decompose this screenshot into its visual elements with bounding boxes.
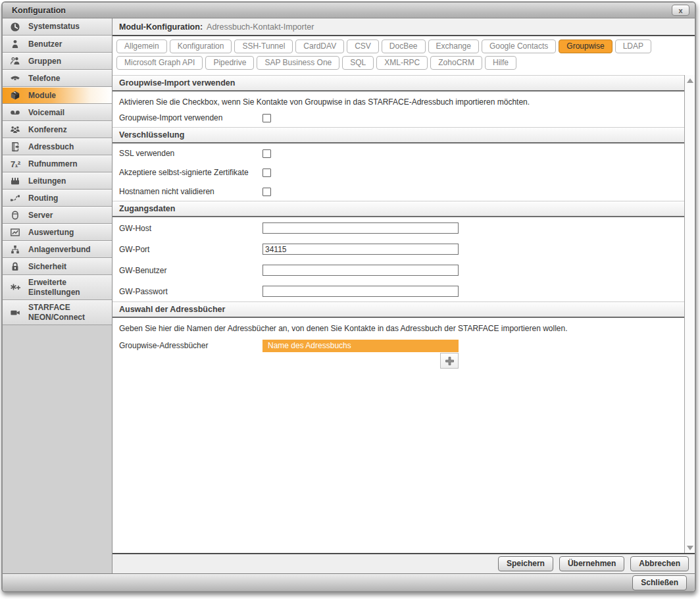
self-signed-checkbox[interactable] bbox=[262, 169, 271, 177]
sidebar-item-module[interactable]: Module bbox=[3, 87, 112, 104]
sidebar-item-auswertung[interactable]: Auswertung bbox=[3, 224, 112, 241]
sidebar-item-erweiterte-einstellungen[interactable]: Erweiterte Einstellungen bbox=[3, 275, 112, 300]
ssl-row: SSL verwenden bbox=[113, 143, 684, 163]
tab-pipedrive[interactable]: Pipedrive bbox=[205, 56, 254, 70]
address-book-icon bbox=[7, 142, 23, 152]
addressbook-list: Name des Adressbuchs bbox=[262, 340, 459, 369]
tab-docbee[interactable]: DocBee bbox=[382, 39, 426, 53]
gw-user-label: GW-Benutzer bbox=[119, 266, 262, 275]
sidebar-item-label: Server bbox=[28, 211, 53, 221]
sidebar-item-systemstatus[interactable]: Systemstatus bbox=[3, 18, 112, 36]
sidebar-item-leitungen[interactable]: Leitungen bbox=[3, 172, 112, 190]
sidebar-item-benutzer[interactable]: Benutzer bbox=[3, 36, 112, 53]
sidebar: Systemstatus Benutzer Gruppen Telefone bbox=[3, 18, 113, 573]
section-header-import: Groupwise-Import verwenden bbox=[113, 75, 684, 91]
gw-password-row: GW-Passwort bbox=[113, 280, 684, 301]
sidebar-item-server[interactable]: Server bbox=[3, 207, 112, 224]
sidebar-item-starface-neon[interactable]: STARFACE NEON/Connect bbox=[3, 300, 112, 325]
hostname-checkbox[interactable] bbox=[262, 188, 271, 196]
window-body: Systemstatus Benutzer Gruppen Telefone bbox=[3, 18, 695, 573]
import-description: Aktivieren Sie die Checkbox, wenn Sie Ko… bbox=[113, 91, 684, 108]
konfiguration-window: Konfiguration x Systemstatus Benutzer bbox=[1, 1, 696, 592]
tab-microsoft-graph-api[interactable]: Microsoft Graph API bbox=[116, 56, 203, 70]
sidebar-item-voicemail[interactable]: Voicemail bbox=[3, 104, 112, 121]
sidebar-item-konferenz[interactable]: Konferenz bbox=[3, 121, 112, 138]
tab-konfiguration[interactable]: Konfiguration bbox=[170, 39, 232, 53]
module-config-value: Adressbuch-Kontakt-Importer bbox=[207, 22, 314, 32]
close-window-button[interactable]: Schließen bbox=[632, 575, 687, 590]
cancel-button[interactable]: Abbrechen bbox=[630, 556, 689, 571]
addressbook-list-item-selected[interactable]: Name des Adressbuchs bbox=[262, 340, 459, 352]
sidebar-item-label: Leitungen bbox=[28, 176, 66, 186]
gw-port-input[interactable] bbox=[262, 244, 459, 255]
tab-carddav[interactable]: CardDAV bbox=[295, 39, 344, 53]
sidebar-item-label: Auswertung bbox=[28, 228, 74, 238]
sidebar-item-telefone[interactable]: Telefone bbox=[3, 70, 112, 87]
gw-host-label: GW-Host bbox=[119, 224, 262, 233]
gw-user-input[interactable] bbox=[262, 265, 459, 276]
section-header-encryption: Verschlüsselung bbox=[113, 127, 684, 143]
scroll-up-icon[interactable] bbox=[687, 78, 693, 83]
apply-button[interactable]: Übernehmen bbox=[559, 556, 624, 571]
sidebar-item-label: Gruppen bbox=[28, 57, 61, 66]
tab-hilfe[interactable]: Hilfe bbox=[485, 56, 516, 70]
sidebar-item-routing[interactable]: Routing bbox=[3, 190, 112, 207]
plus-icon bbox=[445, 357, 454, 365]
tab-google-contacts[interactable]: Google Contacts bbox=[482, 39, 556, 53]
gw-host-row: GW-Host bbox=[113, 217, 684, 238]
self-signed-label: Akzeptiere selbst-signierte Zertifikate bbox=[119, 168, 262, 177]
sidebar-item-label: Routing bbox=[28, 194, 58, 203]
gw-host-input[interactable] bbox=[262, 222, 459, 234]
sidebar-item-label: Adressbuch bbox=[28, 142, 74, 152]
tab-ldap[interactable]: LDAP bbox=[615, 39, 651, 53]
sidebar-item-anlagenverbund[interactable]: Anlagen­verbund bbox=[3, 241, 112, 258]
content-row: Groupwise-Import verwenden Aktivieren Si… bbox=[113, 75, 695, 553]
sidebar-item-gruppen[interactable]: Gruppen bbox=[3, 53, 112, 70]
add-addressbook-button[interactable] bbox=[440, 353, 459, 369]
sidebar-item-adressbuch[interactable]: Adressbuch bbox=[3, 138, 112, 155]
video-camera-icon bbox=[7, 307, 23, 318]
addressbooks-row: Groupwise-Adressbücher Name des Adressbu… bbox=[113, 334, 684, 373]
conference-icon bbox=[7, 124, 23, 135]
tab-ssh-tunnel[interactable]: SSH-Tunnel bbox=[234, 39, 293, 53]
scroll-down-icon[interactable] bbox=[687, 546, 693, 550]
tab-allgemein[interactable]: Allgemein bbox=[116, 39, 167, 53]
addressbooks-description: Geben Sie hier die Namen der Adressbüche… bbox=[113, 318, 684, 334]
sidebar-item-label: Erweiterte Einstellungen bbox=[28, 278, 109, 298]
self-signed-row: Akzeptiere selbst-signierte Zertifikate bbox=[113, 163, 684, 182]
vertical-scrollbar[interactable] bbox=[685, 75, 695, 553]
sidebar-item-label: Systemstatus bbox=[28, 22, 80, 32]
module-cube-icon bbox=[7, 90, 23, 101]
tab-csv[interactable]: CSV bbox=[347, 39, 379, 53]
gw-port-row: GW-Port bbox=[113, 238, 684, 259]
window-close-button[interactable]: x bbox=[672, 5, 689, 16]
voicemail-icon bbox=[7, 107, 23, 118]
import-enable-row: Groupwise-Import verwenden bbox=[113, 108, 684, 127]
sidebar-filler bbox=[3, 325, 112, 573]
close-icon: x bbox=[678, 7, 682, 14]
tab-row-1: Allgemein Konfiguration SSH-Tunnel CardD… bbox=[116, 39, 691, 53]
gw-password-input[interactable] bbox=[262, 286, 459, 297]
tab-sql[interactable]: SQL bbox=[342, 56, 374, 70]
sidebar-item-rufnummern[interactable]: 7₁² Rufnummern bbox=[3, 155, 112, 172]
tab-sap-business-one[interactable]: SAP Business One bbox=[257, 56, 339, 70]
sidebar-item-label: Module bbox=[28, 91, 56, 101]
sidebar-item-sicherheit[interactable]: Sicherheit bbox=[3, 258, 112, 275]
tab-groupwise[interactable]: Groupwise bbox=[559, 39, 612, 53]
tab-xml-rpc[interactable]: XML-RPC bbox=[376, 56, 428, 70]
save-button[interactable]: Speichern bbox=[498, 556, 553, 571]
tab-zohocrm[interactable]: ZohoCRM bbox=[430, 56, 482, 70]
hostname-label: Hostnamen nicht validieren bbox=[119, 187, 262, 196]
tab-exchange[interactable]: Exchange bbox=[428, 39, 479, 53]
gw-user-row: GW-Benutzer bbox=[113, 259, 684, 280]
sidebar-item-label: Rufnummern bbox=[28, 159, 78, 169]
network-tree-icon bbox=[7, 244, 23, 255]
action-button-row: Speichern Übernehmen Abbrechen bbox=[113, 553, 695, 573]
import-enable-label: Groupwise-Import verwenden bbox=[119, 113, 262, 122]
module-config-header: Modul-Konfiguration: Adressbuch-Kontakt-… bbox=[113, 18, 695, 36]
sidebar-item-label: Konferenz bbox=[28, 125, 67, 135]
import-enable-checkbox[interactable] bbox=[262, 114, 271, 122]
server-mouse-icon bbox=[7, 210, 23, 221]
ssl-checkbox[interactable] bbox=[262, 149, 271, 158]
tabs-area: Allgemein Konfiguration SSH-Tunnel CardD… bbox=[113, 36, 695, 75]
